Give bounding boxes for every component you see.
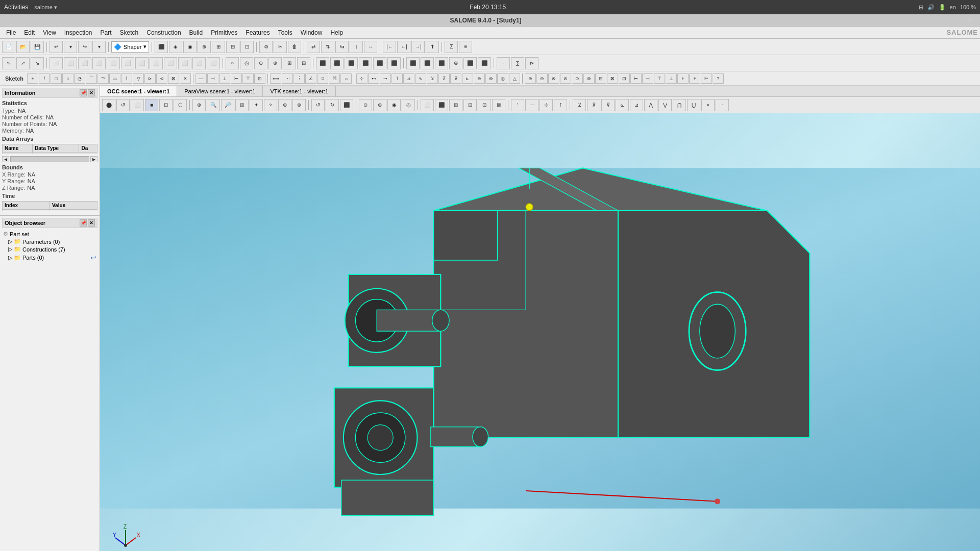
- vt-btn-29[interactable]: ⊹: [540, 99, 553, 111]
- battery-icon[interactable]: 🔋: [939, 4, 946, 11]
- sketch-btn-25[interactable]: ⌑: [317, 73, 328, 84]
- tb2-btn-19[interactable]: ⊕: [268, 57, 282, 69]
- tb-btn-17[interactable]: ←|: [397, 41, 410, 53]
- sketch-btn-23[interactable]: ⋮: [293, 73, 305, 84]
- viewer-tabs[interactable]: OCC scene:1 - viewer:1 ParaView scene:1 …: [100, 86, 980, 97]
- vt-btn-22[interactable]: ⬛: [435, 99, 448, 111]
- close-button[interactable]: ✕: [964, 15, 976, 26]
- sketch-btn-53[interactable]: ⊤: [654, 73, 665, 84]
- tree-constructions[interactable]: ▷ 📁 Constructions (7): [2, 245, 97, 253]
- sketch-btn-34[interactable]: ⊻: [427, 73, 438, 84]
- vt-zoom-all[interactable]: ⊕: [192, 99, 206, 111]
- tb2-btn-17[interactable]: ◎: [240, 57, 253, 69]
- tab-paraview[interactable]: ParaView scene:1 - viewer:1: [177, 86, 263, 96]
- tb2-btn-32[interactable]: ⬛: [463, 57, 477, 69]
- vt-btn-12[interactable]: ⊕: [278, 99, 291, 111]
- tb2-btn-25[interactable]: ⬛: [359, 57, 372, 69]
- tb-btn-12[interactable]: ⇅: [321, 41, 334, 53]
- maximize-button[interactable]: □: [951, 15, 962, 26]
- keyboard-layout[interactable]: en: [950, 4, 956, 10]
- tb-btn-18[interactable]: →|: [411, 41, 425, 53]
- sketch-btn-38[interactable]: ⊛: [474, 73, 485, 84]
- sketch-btn-28[interactable]: ⊹: [356, 73, 368, 84]
- sketch-btn-3[interactable]: □: [51, 73, 62, 84]
- menu-file[interactable]: File: [2, 28, 20, 37]
- menu-help[interactable]: Help: [326, 28, 347, 37]
- sketch-btn-7[interactable]: 〜: [97, 73, 109, 84]
- sketch-btn-55[interactable]: ⊦: [677, 73, 689, 84]
- menu-part[interactable]: Part: [96, 28, 116, 37]
- tb2-btn-7[interactable]: ⬜: [92, 57, 106, 69]
- sketch-btn-45[interactable]: ⊘: [560, 73, 571, 84]
- menu-inspection[interactable]: Inspection: [60, 28, 96, 37]
- sketch-btn-19[interactable]: ⊤: [242, 73, 254, 84]
- tb2-btn-3[interactable]: ↘: [31, 57, 44, 69]
- sketch-btn-20[interactable]: ⊡: [254, 73, 265, 84]
- vt-reset[interactable]: ↻: [326, 99, 339, 111]
- sketch-btn-13[interactable]: ⊠: [168, 73, 179, 84]
- tree-root[interactable]: ⚙ Part set: [2, 230, 97, 238]
- vt-btn-28[interactable]: ⋯: [525, 99, 538, 111]
- tb2-btn-36[interactable]: ⊳: [525, 57, 538, 69]
- vt-btn-27[interactable]: ⋮: [511, 99, 524, 111]
- sketch-btn-17[interactable]: ⊥: [219, 73, 230, 84]
- sketch-btn-32[interactable]: ⊿: [403, 73, 414, 84]
- vt-btn-shade-wire[interactable]: ⊡: [159, 99, 173, 111]
- menu-edit[interactable]: Edit: [20, 28, 39, 37]
- tb-btn-3[interactable]: ◉: [183, 41, 197, 53]
- tb2-btn-9[interactable]: ⬜: [121, 57, 134, 69]
- sketch-btn-54[interactable]: ⊥: [666, 73, 677, 84]
- vt-btn-23[interactable]: ⊞: [449, 99, 462, 111]
- sketch-btn-26[interactable]: ⌘: [329, 73, 340, 84]
- tb2-btn-23[interactable]: ⬛: [330, 57, 344, 69]
- tb-btn-19[interactable]: ⬆: [426, 41, 439, 53]
- tb-btn-16[interactable]: |←: [383, 41, 396, 53]
- new-button[interactable]: 📄: [2, 41, 15, 53]
- tb-btn-14[interactable]: ↕: [350, 41, 363, 53]
- tb-btn-11[interactable]: ⇄: [307, 41, 320, 53]
- sketch-btn-44[interactable]: ⊗: [548, 73, 559, 84]
- sketch-btn-10[interactable]: ▽: [133, 73, 144, 84]
- sketch-btn-31[interactable]: ⊺: [391, 73, 403, 84]
- sketch-btn-9[interactable]: ⌇: [121, 73, 132, 84]
- tb2-btn-33[interactable]: ⬛: [478, 57, 491, 69]
- sketch-btn-24[interactable]: ∠: [305, 73, 316, 84]
- scroll-controls[interactable]: ◀ ▶: [2, 156, 97, 162]
- tab-occ[interactable]: OCC scene:1 - viewer:1: [100, 86, 177, 96]
- vt-btn-34[interactable]: ⊾: [616, 99, 629, 111]
- tb2-btn-35[interactable]: ∑: [511, 57, 524, 69]
- tb2-btn-12[interactable]: ⬜: [164, 57, 177, 69]
- tb2-btn-1[interactable]: ↖: [2, 57, 15, 69]
- sketch-btn-21[interactable]: ⟺: [270, 73, 281, 84]
- redo-button[interactable]: ↪: [78, 41, 91, 53]
- sketch-btn-40[interactable]: ◎: [497, 73, 508, 84]
- sketch-btn-12[interactable]: ⊲: [156, 73, 167, 84]
- parts-action-icon[interactable]: ↩: [90, 254, 96, 262]
- menu-tools[interactable]: Tools: [274, 28, 297, 37]
- scroll-left[interactable]: ◀: [2, 156, 9, 162]
- activities-button[interactable]: Activities: [4, 4, 28, 11]
- tb2-btn-29[interactable]: ⬛: [421, 57, 434, 69]
- vt-btn-24[interactable]: ⊟: [463, 99, 477, 111]
- info-panel-controls[interactable]: 📌 ✕: [80, 89, 95, 96]
- info-panel-close[interactable]: ✕: [88, 89, 95, 96]
- vt-zoom-out[interactable]: 🔎: [221, 99, 234, 111]
- sketch-btn-37[interactable]: ⊾: [462, 73, 473, 84]
- vt-btn-5[interactable]: ⬡: [174, 99, 187, 111]
- vt-btn-11[interactable]: ✧: [264, 99, 277, 111]
- tb-btn-21[interactable]: ≡: [459, 41, 472, 53]
- sketch-btn-5[interactable]: ◔: [74, 73, 85, 84]
- undo-button[interactable]: ↩: [50, 41, 63, 53]
- tb-btn-1[interactable]: ⬛: [155, 41, 168, 53]
- window-controls[interactable]: — □ ✕: [936, 15, 976, 26]
- tb2-btn-24[interactable]: ⬛: [345, 57, 358, 69]
- vt-btn-18[interactable]: ⊕: [373, 99, 386, 111]
- info-panel-pin[interactable]: 📌: [80, 89, 87, 96]
- sketch-btn-36[interactable]: ⊽: [450, 73, 461, 84]
- network-icon[interactable]: ⊞: [919, 4, 923, 11]
- sketch-btn-58[interactable]: ?: [713, 73, 724, 84]
- menu-features[interactable]: Features: [241, 28, 274, 37]
- salome-app-indicator[interactable]: salome ▾: [34, 4, 57, 11]
- sketch-btn-43[interactable]: ⊖: [536, 73, 548, 84]
- tb2-btn-27[interactable]: ⬛: [387, 57, 401, 69]
